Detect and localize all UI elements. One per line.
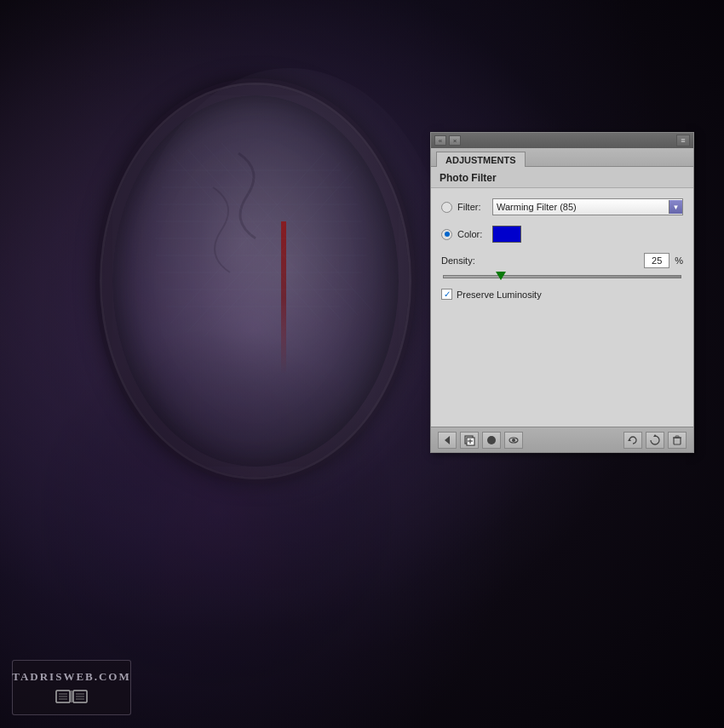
adjustments-panel: « × ≡ ADJUSTMENTS Photo Filter Filter: W… — [430, 132, 694, 453]
refresh-icon — [649, 434, 661, 446]
preserve-luminosity-row: ✓ Preserve Luminosity — [441, 289, 683, 300]
titlebar-controls: « × — [434, 135, 461, 146]
panel-menu-button[interactable]: ≡ — [676, 135, 690, 146]
panel-titlebar: « × ≡ — [431, 133, 693, 148]
toolbar-new-layer-button[interactable] — [460, 432, 479, 449]
panel-toolbar — [431, 427, 693, 452]
filter-row: Filter: Warming Filter (85) ▼ — [441, 198, 683, 215]
color-radio[interactable] — [441, 229, 452, 240]
filter-dropdown[interactable]: Warming Filter (85) ▼ — [492, 198, 683, 215]
logo-text: TADRISWEB.COM — [12, 670, 131, 684]
toolbar-right-group — [623, 432, 687, 449]
color-swatch[interactable] — [492, 226, 521, 243]
toolbar-circle-button[interactable] — [482, 432, 501, 449]
toolbar-refresh-button[interactable] — [646, 432, 664, 449]
filter-radio[interactable] — [441, 202, 452, 213]
panel-header: Photo Filter — [431, 167, 693, 188]
panel-close-button[interactable]: × — [449, 135, 461, 146]
toolbar-eye-button[interactable] — [504, 432, 523, 449]
panel-tabbar: ADJUSTMENTS — [431, 148, 693, 167]
trash-icon — [671, 434, 683, 446]
toolbar-loop-button[interactable] — [623, 432, 642, 449]
toolbar-prev-button[interactable] — [438, 432, 457, 449]
filter-dropdown-arrow[interactable]: ▼ — [669, 200, 682, 214]
density-percent-label: % — [675, 255, 683, 266]
logo-area: TADRISWEB.COM — [12, 660, 131, 715]
panel-title: Photo Filter — [440, 172, 497, 184]
svg-marker-35 — [628, 439, 631, 441]
svg-point-32 — [487, 436, 496, 444]
eye-icon — [508, 434, 520, 446]
density-slider-thumb[interactable] — [496, 272, 506, 280]
density-slider-container — [441, 275, 683, 278]
circle-icon — [486, 434, 497, 446]
panel-body: Filter: Warming Filter (85) ▼ Color: Den… — [431, 188, 693, 427]
density-value-input[interactable]: 25 — [644, 253, 669, 268]
svg-rect-39 — [675, 436, 679, 438]
color-row: Color: — [441, 226, 683, 243]
preserve-luminosity-checkbox[interactable]: ✓ — [441, 289, 452, 300]
density-label: Density: — [441, 255, 484, 266]
loop-icon — [627, 434, 639, 446]
toolbar-left-group — [438, 432, 523, 449]
color-label: Color: — [457, 229, 487, 239]
preserve-luminosity-label: Preserve Luminosity — [457, 289, 542, 300]
tab-adjustments[interactable]: ADJUSTMENTS — [436, 152, 526, 167]
logo-book-icon — [55, 687, 89, 706]
density-row: Density: 25 % — [441, 253, 683, 268]
svg-point-34 — [512, 439, 515, 442]
svg-rect-37 — [674, 438, 681, 444]
filter-label: Filter: — [457, 202, 487, 212]
density-slider-track[interactable] — [443, 275, 681, 278]
svg-marker-27 — [445, 436, 450, 444]
svg-marker-36 — [653, 434, 657, 437]
toolbar-trash-button[interactable] — [668, 432, 687, 449]
new-layer-icon — [463, 434, 475, 446]
filter-dropdown-value: Warming Filter (85) — [497, 202, 577, 212]
density-number: 25 — [652, 255, 662, 266]
prev-icon — [441, 434, 453, 446]
panel-collapse-button[interactable]: « — [434, 135, 446, 146]
